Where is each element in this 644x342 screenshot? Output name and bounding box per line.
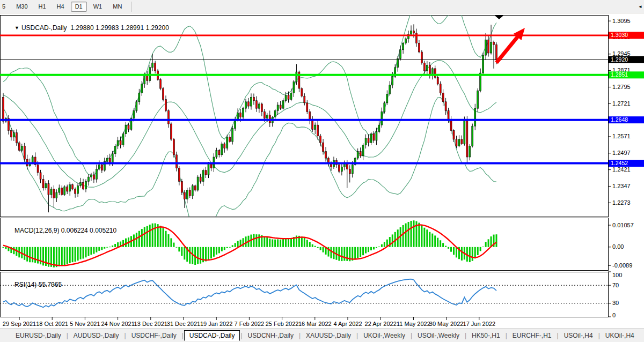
- svg-text:-0.0089: -0.0089: [612, 262, 632, 269]
- svg-text:100: 100: [612, 272, 622, 278]
- svg-text:1.2648: 1.2648: [611, 116, 628, 123]
- svg-text:1.2273: 1.2273: [612, 199, 631, 206]
- tab-eurusd-daily[interactable]: EURUSD-,Daily: [11, 330, 66, 341]
- svg-text:1.2497: 1.2497: [612, 150, 631, 156]
- tab-usdchf-daily[interactable]: USDCHF-,Daily: [127, 330, 181, 341]
- bollinger-lower-band: [3, 98, 496, 240]
- bollinger-bands: [3, 14, 496, 240]
- tab-ukoil-h4[interactable]: UKOil-,H4: [601, 330, 639, 341]
- svg-text:1.2452: 1.2452: [611, 160, 628, 166]
- annotations[interactable]: [495, 16, 525, 63]
- svg-text:29 Sep 2021: 29 Sep 2021: [3, 321, 36, 327]
- mt4-chart-window: 5M30H1H4D1W1MN 1.30951.30191.29451.28711…: [0, 0, 644, 342]
- tab-xauusd-daily[interactable]: XAUUSD-,Daily: [301, 330, 356, 341]
- svg-text:24 Nov 2021: 24 Nov 2021: [101, 321, 134, 327]
- macd-pane: [3, 220, 497, 267]
- timeframe-button-mn[interactable]: MN: [108, 2, 126, 12]
- svg-text:17 Jun 2022: 17 Jun 2022: [463, 321, 496, 327]
- svg-text:1.2920: 1.2920: [611, 56, 628, 63]
- timeframe-button-d1[interactable]: D1: [71, 2, 87, 12]
- svg-text:1.2721: 1.2721: [612, 100, 631, 107]
- svg-text:31 Dec 2021: 31 Dec 2021: [167, 321, 200, 327]
- svg-text:1.3095: 1.3095: [612, 18, 631, 24]
- timeframe-button-5[interactable]: 5: [0, 2, 10, 12]
- svg-text:30 May 2022: 30 May 2022: [429, 321, 464, 327]
- svg-text:1.2421: 1.2421: [612, 166, 631, 173]
- timeframe-button-m30[interactable]: M30: [12, 2, 32, 12]
- chart-region: 1.30951.30191.29451.28711.27951.27211.25…: [0, 14, 644, 328]
- timeframe-button-h4[interactable]: H4: [53, 2, 69, 12]
- tab-usdcad-daily[interactable]: USDCAD-,Daily: [184, 330, 240, 341]
- tab-usoil-h4[interactable]: USOil-,H4: [559, 330, 598, 341]
- sell-triangle-marker: [495, 16, 503, 19]
- svg-text:1.2851: 1.2851: [611, 71, 628, 78]
- svg-text:1.2347: 1.2347: [612, 183, 631, 189]
- svg-text:13 Dec 2021: 13 Dec 2021: [134, 321, 167, 327]
- bollinger-middle-band: [3, 61, 496, 187]
- svg-text:5 Nov 2021: 5 Nov 2021: [70, 321, 100, 327]
- svg-text:1.3030: 1.3030: [611, 32, 628, 38]
- tab-audusd-daily[interactable]: AUDUSD-,Daily: [69, 330, 124, 341]
- svg-text:22 Apr 2022: 22 Apr 2022: [365, 321, 397, 327]
- trend-arrow-shaft: [496, 35, 519, 63]
- timeframe-toolbar: 5M30H1H4D1W1MN: [0, 0, 644, 13]
- tab-scroll-left-icon[interactable]: ◄: [638, 4, 642, 9]
- pane-borders: [1, 16, 609, 317]
- svg-text:0: 0: [612, 312, 616, 318]
- svg-text:7 Feb 2022: 7 Feb 2022: [235, 321, 265, 327]
- tab-eurchf-h1[interactable]: EURCHF-,H1: [508, 330, 557, 341]
- svg-text:0.00: 0.00: [612, 243, 624, 250]
- svg-text:0.01057: 0.01057: [612, 222, 634, 228]
- svg-text:1.2795: 1.2795: [612, 84, 631, 90]
- candlesticks: [3, 24, 497, 212]
- tab-usdcnh-daily[interactable]: USDCNH-,Daily: [243, 330, 298, 341]
- svg-text:19 Jan 2022: 19 Jan 2022: [200, 321, 233, 327]
- svg-text:25 Feb 2022: 25 Feb 2022: [266, 321, 299, 327]
- svg-text:1.2571: 1.2571: [612, 133, 631, 139]
- tab-usoil-weekly[interactable]: USOil-,Weekly: [413, 330, 464, 341]
- tab-hk50-h1[interactable]: HK50-,H1: [467, 330, 505, 341]
- rsi-pane: [0, 279, 608, 308]
- svg-text:16 Mar 2022: 16 Mar 2022: [298, 321, 332, 327]
- svg-text:11 May 2022: 11 May 2022: [397, 321, 430, 327]
- date-axis: 29 Sep 202118 Oct 20215 Nov 202124 Nov 2…: [3, 317, 495, 327]
- svg-text:30: 30: [612, 300, 619, 306]
- timeframe-button-h1[interactable]: H1: [34, 2, 50, 12]
- timeframe-button-w1[interactable]: W1: [89, 2, 107, 12]
- svg-text:18 Oct 2021: 18 Oct 2021: [36, 321, 68, 327]
- price-chart-canvas[interactable]: 1.30951.30191.29451.28711.27951.27211.25…: [0, 14, 644, 328]
- tab-ukoil-weekly[interactable]: UKOil-,Weekly: [358, 330, 410, 341]
- price-axis: 1.30951.30191.29451.28711.27951.27211.25…: [608, 18, 644, 318]
- svg-text:70: 70: [612, 282, 619, 288]
- chart-tabs-bar: EURUSD-,Daily|AUDUSD-,Daily|USDCHF-,Dail…: [0, 329, 644, 342]
- svg-text:4 Apr 2022: 4 Apr 2022: [333, 321, 362, 327]
- bollinger-upper-band: [3, 14, 496, 175]
- toolbar-separator: [131, 2, 131, 12]
